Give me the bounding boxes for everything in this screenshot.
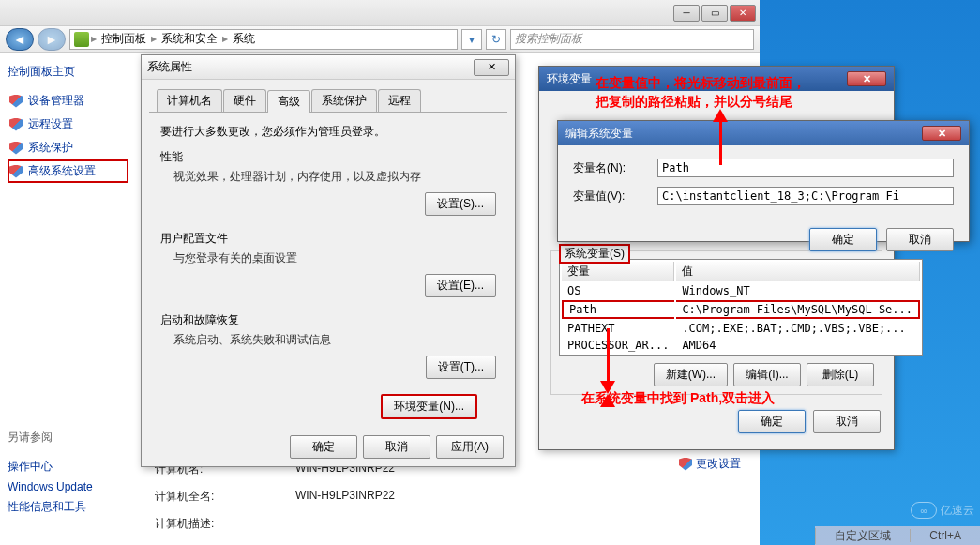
new-variable-button[interactable]: 新建(W)... [654,363,728,386]
performance-title: 性能 [160,149,496,165]
performance-settings-button[interactable]: 设置(S)... [425,192,496,216]
sidebar-label: 高级系统设置 [28,163,96,179]
shortcut-label: Ctrl+A [910,529,980,542]
startup-settings-button[interactable]: 设置(T)... [426,356,496,379]
see-also-link[interactable]: Windows Update [8,477,128,496]
nav-forward-button[interactable]: ► [38,28,66,51]
dialog-titlebar: 系统属性 ✕ [142,55,515,80]
see-also-header: 另请参阅 [8,427,128,448]
full-computer-name-label: 计算机全名: [155,489,258,505]
sidebar: 控制面板主页 设备管理器 远程设置 系统保护 高级系统设置 另请参阅 操作中心 … [0,53,136,545]
watermark: ∞ 亿速云 [911,502,974,519]
address-bar[interactable]: ▶ 控制面板 ▶ 系统和安全 ▶ 系统 [69,29,458,50]
edit-variable-button[interactable]: 编辑(I)... [733,363,801,386]
delete-variable-button[interactable]: 删除(L) [807,363,874,386]
maximize-button[interactable]: ▭ [701,5,728,22]
shield-icon [9,118,23,131]
table-row-path[interactable]: PathC:\Program Files\MySQL\MySQL Se... [562,300,920,319]
userprofile-title: 用户配置文件 [160,231,496,247]
breadcrumb-item[interactable]: 系统和安全 [158,31,220,47]
table-row[interactable]: PATHEXT.COM;.EXE;.BAT;.CMD;.VBS;.VBE;... [562,321,920,336]
ok-button[interactable]: 确定 [290,435,357,459]
close-button[interactable]: ✕ [474,59,509,76]
system-variables-table: 变量值 OSWindows_NT PathC:\Program Files\My… [559,259,923,356]
breadcrumb-item[interactable]: 控制面板 [98,31,149,47]
environment-variables-button[interactable]: 环境变量(N)... [381,394,477,419]
variable-name-label: 变量名(N): [573,160,648,176]
cloud-icon: ∞ [911,502,937,519]
userprofile-desc: 与您登录有关的桌面设置 [160,250,496,266]
search-placeholder: 搜索控制面板 [515,31,582,47]
see-also-link[interactable]: 操作中心 [8,456,128,477]
close-button[interactable]: ✕ [730,5,756,22]
performance-desc: 视觉效果，处理器计划，内存使用，以及虚拟内存 [160,169,496,185]
ok-button[interactable]: 确定 [738,410,806,433]
table-row[interactable]: PROCESSOR_AR...AMD64 [562,338,920,353]
close-button[interactable]: ✕ [847,71,886,86]
startup-title: 启动和故障恢复 [160,312,496,328]
close-button[interactable]: ✕ [922,126,961,141]
cancel-button[interactable]: 取消 [363,435,430,459]
edit-system-variable-dialog: 编辑系统变量 ✕ 变量名(N): 变量值(V): 确定 取消 [557,120,970,242]
system-variables-group: 系统变量(S) 变量值 OSWindows_NT PathC:\Program … [550,250,882,395]
breadcrumb-item[interactable]: 系统 [230,31,258,47]
shield-icon [9,165,23,178]
sidebar-advanced-settings[interactable]: 高级系统设置 [8,159,128,183]
address-row: ◄ ► ▶ 控制面板 ▶ 系统和安全 ▶ 系统 ▾ ↻ 搜索控制面板 [0,26,760,53]
search-input[interactable]: 搜索控制面板 [510,29,754,50]
shield-icon [679,458,692,471]
system-properties-dialog: 系统属性 ✕ 计算机名 硬件 高级 系统保护 远程 要进行大多数更改，您必须作为… [141,54,516,467]
dialog-titlebar: 编辑系统变量 ✕ [558,121,969,145]
refresh-button[interactable]: ↻ [486,29,506,50]
custom-region-label: 自定义区域 [815,528,910,544]
column-variable[interactable]: 变量 [562,262,674,281]
userprofile-settings-button[interactable]: 设置(E)... [425,274,496,297]
variable-name-input[interactable] [657,159,954,177]
chevron-right-icon: ▶ [91,35,97,43]
dropdown-button[interactable]: ▾ [461,29,482,50]
nav-back-button[interactable]: ◄ [6,28,34,51]
tab-advanced[interactable]: 高级 [267,90,310,113]
tab-computer-name[interactable]: 计算机名 [157,89,222,112]
sidebar-label: 设备管理器 [28,93,84,109]
chevron-right-icon: ▶ [151,35,157,43]
shield-icon [9,142,23,155]
dialog-title: 编辑系统变量 [565,126,633,142]
startup-desc: 系统启动、系统失败和调试信息 [160,332,496,348]
full-computer-name-value: WIN-H9LP3INRP22 [295,489,395,505]
status-bar: 自定义区域 Ctrl+A [815,526,980,545]
see-also-link[interactable]: 性能信息和工具 [8,496,128,518]
column-value[interactable]: 值 [676,262,920,281]
dialog-title: 系统属性 [147,59,192,75]
variable-value-label: 变量值(V): [573,189,648,204]
minimize-button[interactable]: ─ [673,5,700,22]
cancel-button[interactable]: 取消 [813,410,881,433]
computer-desc-label: 计算机描述: [155,516,258,532]
admin-note: 要进行大多数更改，您必须作为管理员登录。 [160,124,496,140]
sidebar-label: 远程设置 [28,116,73,132]
sidebar-label: 系统保护 [28,140,73,156]
tab-hardware[interactable]: 硬件 [223,89,266,112]
ok-button[interactable]: 确定 [809,228,877,251]
tabs: 计算机名 硬件 高级 系统保护 远程 [149,83,507,113]
dialog-title: 环境变量 [547,71,592,87]
shield-icon [9,95,23,108]
change-settings-link[interactable]: 更改设置 [679,456,741,472]
chevron-right-icon: ▶ [222,35,228,43]
cancel-button[interactable]: 取消 [886,228,954,251]
sidebar-system-protection[interactable]: 系统保护 [8,136,128,159]
variable-value-input[interactable] [657,187,954,205]
sidebar-remote-settings[interactable]: 远程设置 [8,113,128,136]
tab-remote[interactable]: 远程 [378,89,421,112]
control-panel-icon [74,32,89,47]
tab-system-protection[interactable]: 系统保护 [311,89,377,112]
dialog-titlebar: 环境变量 ✕ [539,67,894,91]
apply-button[interactable]: 应用(A) [436,435,504,459]
sidebar-header: 控制面板主页 [8,64,128,80]
window-titlebar: ─ ▭ ✕ [0,0,760,26]
table-row[interactable]: OSWindows_NT [562,283,920,298]
sidebar-device-manager[interactable]: 设备管理器 [8,89,128,113]
